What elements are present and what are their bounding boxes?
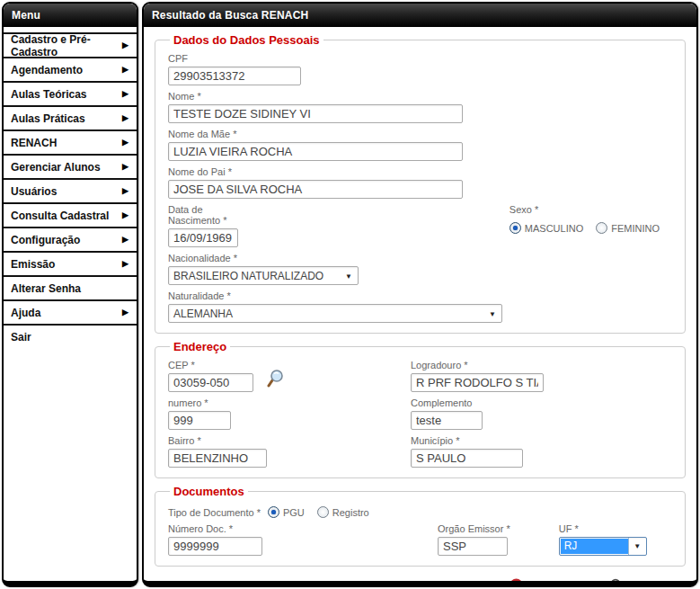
data-nascimento-input[interactable]: [168, 228, 238, 247]
cancelar-label: CANCELAR: [527, 580, 590, 587]
cep-search-icon[interactable]: [266, 369, 286, 392]
sexo-label: Sexo *: [509, 204, 672, 215]
application-window: Menu Cadastro e Pré-Cadastro ▶ Agendamen…: [0, 0, 700, 589]
data-nascimento-field-group: Data de Nascimento *: [168, 199, 246, 247]
nacionalidade-value: BRASILEIRO NATURALIZADO: [173, 270, 323, 282]
pgu-radio[interactable]: [268, 506, 279, 518]
menu-item-agendamento[interactable]: Agendamento ▶: [4, 57, 137, 81]
uf-select[interactable]: RJ ▼: [559, 537, 647, 556]
nome-pai-label: Nome do Pai *: [168, 166, 672, 177]
tipo-documento-label: Tipo de Documento *: [168, 507, 261, 518]
sexo-radio-group: MASCULINOFEMININO: [509, 219, 672, 236]
uf-value: RJ: [561, 539, 628, 554]
complemento-field-group: Complemento: [411, 392, 483, 430]
numero-input[interactable]: [168, 411, 231, 430]
dropdown-arrow-icon: ▼: [628, 538, 646, 555]
nascimento-sexo-row: Data de Nascimento * Sexo * MASCULINOFEM…: [168, 199, 672, 247]
legend-dados-pessoais: Dados do Dados Pessoais: [170, 33, 323, 47]
feminino-radio-label[interactable]: FEMININO: [611, 223, 660, 234]
emitir-label: EMITIR: [628, 580, 666, 587]
legend-endereco: Endereço: [170, 340, 230, 353]
menu-item-renach[interactable]: RENACH ▶: [4, 129, 137, 154]
menu-item-gerenciar-alunos[interactable]: Gerenciar Alunos ▶: [4, 154, 137, 178]
numero-label: numero *: [168, 397, 411, 408]
submenu-arrow-icon: ▶: [122, 211, 128, 219]
cpf-field-group: CPF: [168, 53, 672, 85]
menu-item-ajuda[interactable]: Ajuda ▶: [4, 299, 137, 324]
submenu-arrow-icon: ▶: [122, 138, 128, 147]
cep-input[interactable]: [168, 373, 253, 392]
menu-list: Cadastro e Pré-Cadastro ▶ Agendamento ▶ …: [4, 32, 137, 348]
naturalidade-value: ALEMANHA: [173, 308, 233, 320]
orgao-emissor-input[interactable]: [438, 537, 508, 556]
submenu-arrow-icon: ▶: [122, 308, 128, 317]
municipio-input[interactable]: [411, 449, 523, 468]
nome-label: Nome *: [168, 91, 672, 102]
logradouro-input[interactable]: [411, 373, 544, 392]
fieldset-dados-pessoais: Dados do Dados Pessoais CPF Nome * Nome …: [155, 33, 686, 334]
masculino-radio[interactable]: [509, 222, 521, 234]
submenu-arrow-icon: ▶: [122, 187, 128, 195]
menu-item-cadastro[interactable]: Cadastro e Pré-Cadastro ▶: [4, 32, 137, 57]
cpf-input[interactable]: [168, 67, 301, 85]
cpf-label: CPF: [168, 53, 672, 64]
municipio-label: Município *: [411, 435, 523, 446]
sexo-field-group: Sexo * MASCULINOFEMININO: [509, 199, 672, 236]
uf-label: UF *: [559, 523, 647, 534]
menu-item-configuracao[interactable]: Configuração ▶: [4, 227, 137, 251]
submenu-arrow-icon: ▶: [122, 163, 128, 171]
legend-documentos: Documentos: [170, 485, 248, 498]
bairro-input[interactable]: [168, 449, 267, 468]
municipio-field-group: Município *: [411, 430, 523, 468]
numero-field-group: numero *: [168, 392, 411, 430]
numero-doc-field-group: Número Doc. *: [168, 518, 262, 556]
page-header: Resultado da Busca RENACH: [144, 4, 696, 27]
bairro-label: Bairro *: [168, 435, 411, 446]
menu-item-usuarios[interactable]: Usuários ▶: [4, 178, 137, 202]
nacionalidade-select[interactable]: BRASILEIRO NATURALIZADO ▼: [168, 266, 359, 285]
sidebar-title: Menu: [12, 9, 40, 22]
nome-pai-field-group: Nome do Pai *: [168, 166, 672, 199]
cancel-icon: [509, 578, 523, 587]
registro-radio[interactable]: [317, 506, 329, 518]
menu-item-emissao[interactable]: Emissão ▶: [4, 251, 137, 275]
registro-radio-label[interactable]: Registro: [332, 507, 369, 518]
naturalidade-select[interactable]: ALEMANHA ▼: [168, 304, 502, 323]
orgao-emissor-field-group: Orgão Emissor *: [438, 518, 510, 556]
cep-field-group: CEP *: [168, 354, 411, 392]
page-title: Resultado da Busca RENACH: [152, 9, 308, 22]
fieldset-documentos: Documentos Tipo de Documento * PGURegist…: [155, 485, 686, 567]
numero-doc-label: Número Doc. *: [168, 523, 262, 534]
menu-item-alterar-senha[interactable]: Alterar Senha: [4, 275, 137, 299]
numero-doc-input[interactable]: [168, 537, 262, 556]
nome-mae-input[interactable]: [168, 142, 463, 161]
nome-field-group: Nome *: [168, 91, 672, 123]
menu-item-aulas-teoricas[interactable]: Aulas Teóricas ▶: [4, 81, 137, 105]
sidebar-header: Menu: [4, 4, 137, 27]
pgu-radio-label[interactable]: PGU: [283, 507, 305, 518]
cancelar-button[interactable]: CANCELAR: [509, 578, 590, 587]
dropdown-arrow-icon: ▼: [489, 309, 496, 317]
submenu-arrow-icon: ▶: [122, 260, 128, 268]
search-icon: [610, 578, 624, 587]
submenu-arrow-icon: ▶: [122, 114, 128, 122]
nome-pai-input[interactable]: [168, 180, 463, 199]
masculino-radio-label[interactable]: MASCULINO: [525, 223, 583, 234]
nome-mae-field-group: Nome da Mãe *: [168, 129, 672, 161]
main-panel: Resultado da Busca RENACH Dados do Dados…: [142, 2, 698, 587]
nome-input[interactable]: [168, 104, 463, 123]
dropdown-arrow-icon: ▼: [345, 272, 352, 280]
submenu-arrow-icon: ▶: [122, 236, 128, 244]
feminino-radio[interactable]: [596, 222, 607, 234]
complemento-input[interactable]: [411, 411, 483, 430]
fieldset-endereco: Endereço CEP *: [155, 340, 686, 478]
logradouro-field-group: Logradouro *: [411, 354, 544, 392]
cep-logradouro-row: CEP *: [168, 354, 672, 392]
nacionalidade-field-group: Nacionalidade * BRASILEIRO NATURALIZADO …: [168, 253, 672, 285]
menu-item-consulta-cadastral[interactable]: Consulta Cadastral ▶: [4, 202, 137, 227]
orgao-emissor-label: Orgão Emissor *: [438, 523, 510, 534]
emitir-button[interactable]: EMITIR: [610, 578, 666, 587]
menu-item-aulas-praticas[interactable]: Aulas Práticas ▶: [4, 105, 137, 129]
menu-item-sair[interactable]: Sair: [4, 324, 137, 348]
cep-label: CEP *: [168, 360, 411, 370]
